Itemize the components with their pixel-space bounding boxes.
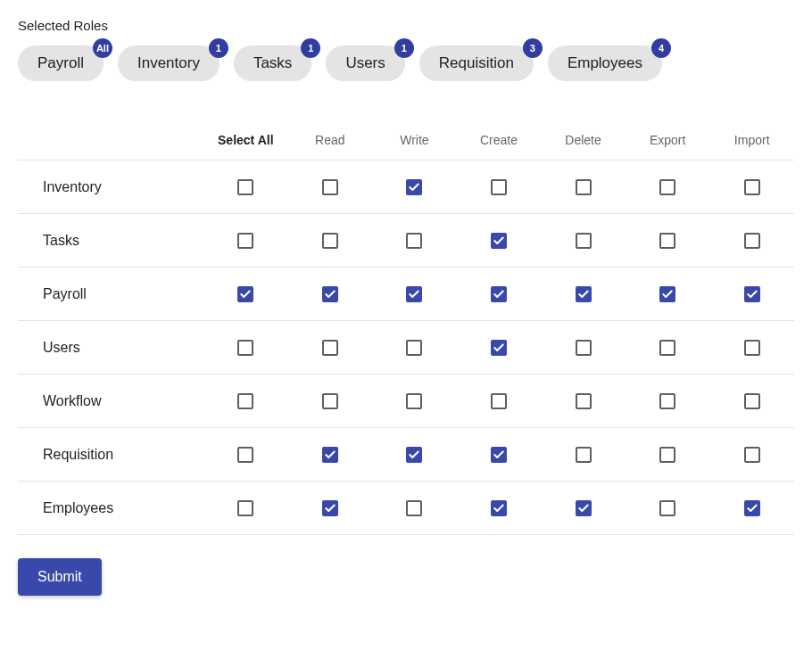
table-row: Workflow bbox=[18, 375, 794, 428]
permission-checkbox[interactable] bbox=[406, 447, 422, 463]
permission-checkbox[interactable] bbox=[744, 500, 760, 516]
table-row: Tasks bbox=[18, 214, 794, 268]
permission-checkbox[interactable] bbox=[406, 393, 422, 409]
checkbox-cell bbox=[203, 286, 288, 302]
checkbox-cell bbox=[203, 340, 288, 356]
role-chip[interactable]: Tasks1 bbox=[234, 45, 311, 81]
permission-checkbox[interactable] bbox=[659, 447, 675, 463]
permission-checkbox[interactable] bbox=[659, 340, 675, 356]
checkbox-cell bbox=[541, 179, 626, 195]
checkbox-cell bbox=[203, 500, 288, 516]
table-row: Users bbox=[18, 321, 794, 375]
permission-checkbox[interactable] bbox=[744, 340, 760, 356]
permission-checkbox[interactable] bbox=[491, 233, 507, 249]
column-header: Create bbox=[457, 133, 542, 147]
permission-checkbox[interactable] bbox=[744, 447, 760, 463]
role-chip[interactable]: PayrollAll bbox=[18, 45, 104, 81]
checkbox-cell bbox=[541, 233, 626, 249]
permission-checkbox[interactable] bbox=[744, 233, 760, 249]
checkbox-cell bbox=[457, 340, 542, 356]
checkbox-cell bbox=[288, 233, 373, 249]
checkbox-cell bbox=[457, 286, 542, 302]
checkbox-cell bbox=[626, 393, 710, 409]
column-header: Import bbox=[709, 133, 794, 147]
chip-badge: 1 bbox=[394, 38, 414, 58]
permission-checkbox[interactable] bbox=[237, 447, 253, 463]
chip-badge: 1 bbox=[301, 38, 320, 58]
submit-button[interactable]: Submit bbox=[18, 558, 102, 596]
permission-checkbox[interactable] bbox=[322, 393, 338, 409]
checkbox-cell bbox=[541, 340, 626, 356]
column-header: Export bbox=[626, 133, 710, 147]
permission-checkbox[interactable] bbox=[744, 179, 760, 195]
permission-checkbox[interactable] bbox=[659, 500, 675, 516]
permission-checkbox[interactable] bbox=[659, 179, 675, 195]
checkbox-cell bbox=[626, 179, 710, 195]
column-header: Read bbox=[288, 133, 373, 147]
chip-badge: 3 bbox=[523, 38, 543, 58]
permission-checkbox[interactable] bbox=[237, 340, 253, 356]
checkbox-cell bbox=[626, 340, 710, 356]
permission-checkbox[interactable] bbox=[237, 233, 253, 249]
permission-checkbox[interactable] bbox=[576, 340, 592, 356]
permission-checkbox[interactable] bbox=[322, 286, 338, 302]
permission-checkbox[interactable] bbox=[744, 393, 760, 409]
column-header: Write bbox=[372, 133, 457, 147]
chip-label: Requisition bbox=[439, 54, 514, 72]
checkbox-cell bbox=[457, 233, 542, 249]
chip-label: Inventory bbox=[137, 54, 200, 72]
permission-checkbox[interactable] bbox=[491, 286, 507, 302]
permission-checkbox[interactable] bbox=[576, 393, 592, 409]
checkbox-cell bbox=[626, 447, 710, 463]
permission-checkbox[interactable] bbox=[322, 340, 338, 356]
permission-checkbox[interactable] bbox=[322, 233, 338, 249]
permission-checkbox[interactable] bbox=[406, 340, 422, 356]
permissions-header: Select AllReadWriteCreateDeleteExportImp… bbox=[18, 120, 794, 161]
permission-checkbox[interactable] bbox=[576, 286, 592, 302]
permission-checkbox[interactable] bbox=[576, 179, 592, 195]
checkbox-cell bbox=[372, 340, 457, 356]
permission-checkbox[interactable] bbox=[576, 500, 592, 516]
permission-checkbox[interactable] bbox=[659, 233, 675, 249]
role-chip[interactable]: Requisition3 bbox=[419, 45, 534, 81]
permission-checkbox[interactable] bbox=[406, 286, 422, 302]
section-title: Selected Roles bbox=[18, 18, 794, 33]
checkbox-cell bbox=[709, 179, 794, 195]
checkbox-cell bbox=[709, 286, 794, 302]
role-chip[interactable]: Employees4 bbox=[548, 45, 662, 81]
checkbox-cell bbox=[372, 179, 457, 195]
permission-checkbox[interactable] bbox=[322, 500, 338, 516]
permission-checkbox[interactable] bbox=[744, 286, 760, 302]
checkbox-cell bbox=[288, 286, 373, 302]
checkbox-cell bbox=[626, 233, 710, 249]
permission-checkbox[interactable] bbox=[237, 393, 253, 409]
permission-checkbox[interactable] bbox=[491, 447, 507, 463]
permission-checkbox[interactable] bbox=[237, 179, 253, 195]
permission-checkbox[interactable] bbox=[237, 286, 253, 302]
checkbox-cell bbox=[288, 393, 373, 409]
permission-checkbox[interactable] bbox=[406, 179, 422, 195]
column-header: Select All bbox=[203, 133, 288, 147]
permission-checkbox[interactable] bbox=[491, 179, 507, 195]
permission-checkbox[interactable] bbox=[659, 286, 675, 302]
permission-checkbox[interactable] bbox=[659, 393, 675, 409]
permission-checkbox[interactable] bbox=[406, 233, 422, 249]
permission-checkbox[interactable] bbox=[491, 500, 507, 516]
permission-checkbox[interactable] bbox=[576, 447, 592, 463]
permission-checkbox[interactable] bbox=[322, 179, 338, 195]
checkbox-cell bbox=[203, 179, 288, 195]
checkbox-cell bbox=[372, 233, 457, 249]
permission-checkbox[interactable] bbox=[406, 500, 422, 516]
checkbox-cell bbox=[709, 500, 794, 516]
checkbox-cell bbox=[709, 340, 794, 356]
checkbox-cell bbox=[457, 447, 542, 463]
permission-checkbox[interactable] bbox=[237, 500, 253, 516]
permission-checkbox[interactable] bbox=[576, 233, 592, 249]
permission-checkbox[interactable] bbox=[491, 340, 507, 356]
role-chip[interactable]: Inventory1 bbox=[118, 45, 220, 81]
chip-label: Tasks bbox=[253, 54, 292, 72]
checkbox-cell bbox=[541, 447, 626, 463]
role-chip[interactable]: Users1 bbox=[326, 45, 404, 81]
permission-checkbox[interactable] bbox=[322, 447, 338, 463]
permission-checkbox[interactable] bbox=[491, 393, 507, 409]
